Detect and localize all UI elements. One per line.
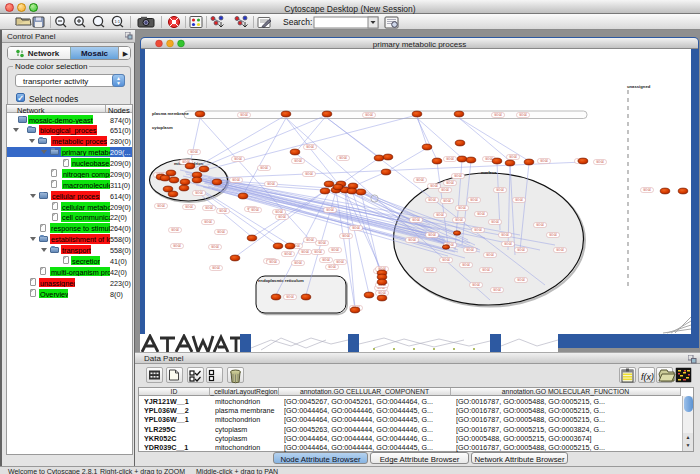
svg-text:cytoplasm: cytoplasm [152,125,173,130]
svg-text:GO:04: GO:04 [314,250,322,254]
svg-text:GO:04: GO:04 [491,220,499,224]
svg-text:GO:04: GO:04 [269,260,277,264]
svg-text:GO:04: GO:04 [501,233,509,237]
svg-text:GO:04: GO:04 [365,113,373,117]
svg-text:GO:04: GO:04 [517,278,525,282]
svg-text:GO:04: GO:04 [596,160,604,164]
svg-text:GO:04: GO:04 [286,295,294,299]
svg-text:GO:04: GO:04 [318,241,326,245]
svg-text:GO:04: GO:04 [556,248,564,252]
svg-text:GO:04: GO:04 [306,238,314,242]
svg-text:GO:04: GO:04 [195,191,203,195]
svg-text:unassigned: unassigned [627,84,651,89]
svg-text:GO:04: GO:04 [284,252,292,256]
svg-text:GO:04: GO:04 [428,233,436,237]
svg-text:GO:04: GO:04 [234,157,242,161]
svg-text:GO:04: GO:04 [217,230,225,234]
svg-text:GO:04: GO:04 [336,260,344,264]
svg-text:GO:04: GO:04 [326,208,334,212]
svg-text:nucleus: nucleus [481,170,497,175]
svg-text:GO:04: GO:04 [643,188,651,192]
svg-text:GO:04: GO:04 [458,206,466,210]
svg-text:GO:04: GO:04 [549,233,557,237]
svg-text:plasma membrane: plasma membrane [152,111,189,116]
svg-text:GO:04: GO:04 [446,181,454,185]
svg-text:GO:04: GO:04 [517,248,525,252]
svg-text:GO:04: GO:04 [212,266,220,270]
svg-text:GO:04: GO:04 [430,184,438,188]
svg-text:GO:04: GO:04 [519,113,527,117]
svg-text:GO:04: GO:04 [232,178,240,182]
svg-text:GO:04: GO:04 [509,155,517,159]
svg-text:GO:04: GO:04 [474,228,482,232]
svg-text:GO:04: GO:04 [482,268,490,272]
svg-text:GO:04: GO:04 [466,248,474,252]
svg-text:GO:04: GO:04 [486,253,494,257]
svg-text:GO:04: GO:04 [536,223,544,227]
svg-text:GO:04: GO:04 [441,188,449,192]
svg-text:GO:04: GO:04 [211,245,219,249]
svg-text:GO:04: GO:04 [267,182,275,186]
svg-text:GO:04: GO:04 [496,188,504,192]
svg-text:GO:04: GO:04 [157,204,165,208]
svg-text:GO:04: GO:04 [515,198,523,202]
svg-text:GO:04: GO:04 [240,113,248,117]
svg-text:GO:04: GO:04 [331,248,339,252]
svg-text:GO:04: GO:04 [408,238,416,242]
svg-text:GO:04: GO:04 [205,206,213,210]
svg-text:GO:04: GO:04 [472,283,480,287]
svg-text:GO:04: GO:04 [219,209,227,213]
svg-text:GO:04: GO:04 [378,291,386,295]
svg-text:GO:04: GO:04 [442,258,450,262]
svg-text:GO:04: GO:04 [342,234,350,238]
svg-text:GO:04: GO:04 [493,288,501,292]
svg-text:GO:04: GO:04 [470,198,478,202]
svg-text:GO:04: GO:04 [462,263,470,267]
svg-text:GO:04: GO:04 [204,220,212,224]
svg-text:GO:04: GO:04 [352,226,360,230]
svg-text:GO:04: GO:04 [328,265,336,269]
svg-text:GO:04: GO:04 [305,172,313,176]
svg-text:f(x): f(x) [641,372,654,382]
svg-text:GO:04: GO:04 [278,215,286,219]
svg-text:GO:04: GO:04 [301,250,309,254]
svg-text:GO:04: GO:04 [426,268,434,272]
svg-text:GO:04: GO:04 [275,210,283,214]
svg-text:GO:04: GO:04 [322,258,330,262]
svg-text:GO:04: GO:04 [260,166,268,170]
svg-text:GO:04: GO:04 [494,113,502,117]
svg-text:GO:04: GO:04 [171,228,179,232]
svg-text:GO:04: GO:04 [443,199,451,203]
svg-text:GO:04: GO:04 [185,205,193,209]
svg-text:GO:04: GO:04 [339,156,347,160]
svg-text:GO:04: GO:04 [294,261,302,265]
svg-text:GO:04: GO:04 [504,242,512,246]
svg-text:1:1: 1:1 [115,19,121,24]
svg-text:Search:: Search: [283,17,312,27]
svg-text:GO:04: GO:04 [251,208,259,212]
svg-text:GO:04: GO:04 [306,145,314,149]
svg-text:GO:04: GO:04 [294,159,302,163]
svg-text:GO:04: GO:04 [416,178,424,182]
svg-text:GO:04: GO:04 [436,213,444,217]
svg-text:GO:04: GO:04 [455,218,463,222]
svg-text:GO:04: GO:04 [412,218,420,222]
svg-text:endoplasmic reticulum: endoplasmic reticulum [258,278,304,283]
svg-text:GO:04: GO:04 [190,150,198,154]
svg-text:GO:04: GO:04 [454,174,462,178]
svg-text:GO:04: GO:04 [173,244,181,248]
svg-text:GO:04: GO:04 [540,159,548,163]
svg-text:GO:04: GO:04 [477,212,485,216]
svg-text:GO:04: GO:04 [428,198,436,202]
svg-text:GO:04: GO:04 [446,157,454,161]
